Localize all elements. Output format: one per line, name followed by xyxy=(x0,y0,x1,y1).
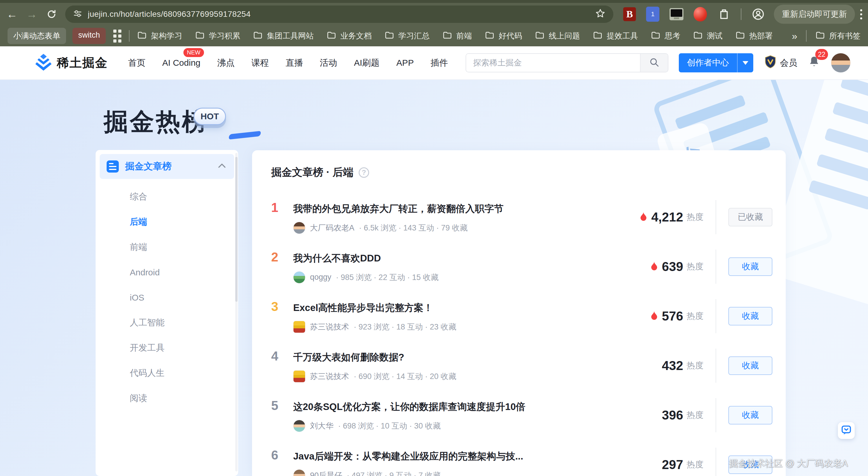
collect-button[interactable]: 收藏 xyxy=(728,356,772,375)
bookmark-folder[interactable]: 学习积累 xyxy=(195,30,240,41)
author-name[interactable]: 90后晨仔 xyxy=(310,470,342,476)
bookmark-label: 热部署 xyxy=(749,31,773,41)
search-button[interactable] xyxy=(640,54,668,72)
bookmark-folder[interactable]: 线上问题 xyxy=(535,30,580,41)
nav-item[interactable]: 活动 xyxy=(320,57,337,69)
creator-center-button[interactable]: 创作者中心 xyxy=(679,53,753,72)
article-title[interactable]: 千万级大表如何删除数据? xyxy=(293,351,404,364)
heat-label: 热度 xyxy=(687,459,704,471)
bookmark-folder[interactable]: 集团工具网站 xyxy=(253,30,314,41)
tab-group-pill[interactable]: switch xyxy=(72,28,106,44)
help-icon[interactable]: ? xyxy=(359,167,369,178)
flame-icon xyxy=(639,211,648,223)
article-title[interactable]: Java后端开发：从零构建企业级应用的完整架构与技... xyxy=(293,450,523,463)
extension-ag-icon[interactable]: Ag 1 xyxy=(646,7,660,21)
collect-button[interactable]: 收藏 xyxy=(728,307,772,326)
article-title[interactable]: 这20条SQL优化方案，让你的数据库查询速度提升10倍 xyxy=(293,401,525,413)
bookmark-folder[interactable]: 学习汇总 xyxy=(384,30,430,41)
divider xyxy=(716,249,716,284)
author-name[interactable]: qoggy xyxy=(310,273,332,282)
sidebar-category[interactable]: 阅读 xyxy=(100,386,234,411)
sidebar-section-article-rank[interactable]: 掘金文章榜 xyxy=(100,154,234,179)
nav-item[interactable]: 插件 xyxy=(431,57,448,69)
author-name[interactable]: 刘大华 xyxy=(310,421,334,431)
sidebar-category[interactable]: 前端 xyxy=(100,235,234,260)
author-avatar[interactable] xyxy=(293,222,305,234)
notifications[interactable]: 22 xyxy=(808,55,820,70)
forward-icon[interactable]: → xyxy=(24,6,39,22)
author-name[interactable]: 大厂码农老A xyxy=(310,223,354,233)
author-avatar[interactable] xyxy=(293,321,305,333)
heat-label: 热度 xyxy=(687,409,704,421)
author-avatar[interactable] xyxy=(293,420,305,432)
author-avatar[interactable] xyxy=(293,271,305,283)
nav-item[interactable]: 课程 xyxy=(251,57,269,69)
sidebar-category[interactable]: 综合 xyxy=(100,184,234,209)
collect-button[interactable]: 收藏 xyxy=(728,406,772,424)
heat-block: 576热度 xyxy=(617,309,704,324)
bookmark-star-icon[interactable] xyxy=(595,8,606,20)
sidebar-category[interactable]: 人工智能 xyxy=(100,310,234,335)
bookmark-label: 架构学习 xyxy=(151,31,182,41)
chat-bubble-icon xyxy=(841,424,852,437)
extension-monitor-icon[interactable] xyxy=(670,7,683,21)
article-main: 4千万级大表如何删除数据?苏三说技术· 690 浏览 · 14 互动 · 20 … xyxy=(271,349,617,382)
article-row: 1我带的外包兄弟放弃大厂转正，薪资翻倍入职字节大厂码农老A· 6.5k 浏览 ·… xyxy=(271,192,786,242)
author-avatar[interactable] xyxy=(293,370,305,382)
article-title[interactable]: Excel高性能异步导出完整方案！ xyxy=(293,301,433,314)
bookmark-label: 思考 xyxy=(664,31,680,41)
feedback-button[interactable] xyxy=(838,422,855,439)
extension-b-icon[interactable]: B xyxy=(623,7,636,21)
collect-button[interactable]: 已收藏 xyxy=(728,208,772,227)
article-title[interactable]: 我为什么不喜欢DDD xyxy=(293,252,381,265)
bookmark-folder[interactable]: 提效工具 xyxy=(593,30,638,41)
user-avatar[interactable] xyxy=(831,53,850,73)
tab-group-pill[interactable]: 小满动态表单 xyxy=(7,28,66,44)
sidebar-category[interactable]: Android xyxy=(100,260,234,285)
nav-item[interactable]: APP xyxy=(396,58,414,68)
bookmarks-overflow-icon[interactable]: » xyxy=(792,30,797,42)
sidebar-category[interactable]: 代码人生 xyxy=(100,361,234,386)
nav-item[interactable]: 首页 xyxy=(128,57,146,69)
bookmark-folder[interactable]: 思考 xyxy=(651,30,680,41)
sidebar-category[interactable]: iOS xyxy=(100,285,234,310)
bookmark-folder[interactable]: 好代码 xyxy=(485,30,522,41)
nav-item[interactable]: AI刷题 xyxy=(354,57,379,69)
bookmark-folder[interactable]: 前端 xyxy=(442,30,472,41)
folder-icon xyxy=(693,30,703,41)
juejin-logo[interactable]: 稀土掘金 xyxy=(35,53,108,72)
url-bar[interactable]: juejin.cn/hot/articles/68096377699591782… xyxy=(65,5,613,23)
nav-item[interactable]: 沸点 xyxy=(217,57,235,69)
collect-button[interactable]: 收藏 xyxy=(728,258,772,276)
site-settings-icon[interactable] xyxy=(73,9,83,20)
juejin-logo-icon xyxy=(35,53,52,72)
article-title[interactable]: 我带的外包兄弟放弃大厂转正，薪资翻倍入职字节 xyxy=(293,202,503,215)
extension-balloon-icon[interactable] xyxy=(693,7,707,21)
sidebar-category[interactable]: 后端 xyxy=(100,209,234,235)
reload-icon[interactable] xyxy=(44,6,59,22)
browser-update-button[interactable]: 重新启动即可更新 xyxy=(774,5,855,24)
bookmark-folder[interactable]: 业务文档 xyxy=(327,30,372,41)
search-input[interactable] xyxy=(466,54,640,72)
bookmark-folder[interactable]: 架构学习 xyxy=(137,30,182,41)
bookmark-folder[interactable]: 热部署 xyxy=(735,30,773,41)
extensions-puzzle-icon[interactable] xyxy=(717,7,731,21)
browser-menu-icon[interactable] xyxy=(860,9,862,20)
all-bookmarks[interactable]: 所有书签 xyxy=(815,30,861,41)
author-name[interactable]: 苏三说技术 xyxy=(310,371,349,382)
member-entry[interactable]: 会员 xyxy=(764,55,797,71)
profile-icon[interactable] xyxy=(751,7,765,21)
author-name[interactable]: 苏三说技术 xyxy=(310,322,349,332)
creator-dropdown[interactable] xyxy=(737,53,753,72)
back-icon[interactable]: ← xyxy=(4,6,20,22)
author-avatar[interactable] xyxy=(293,469,305,476)
bookmark-folder[interactable]: 测试 xyxy=(693,30,722,41)
tab-groups: 小满动态表单switch xyxy=(7,28,106,44)
nav-item[interactable]: 直播 xyxy=(286,57,303,69)
apps-grid-icon[interactable] xyxy=(113,30,121,42)
bookmark-label: 学习积累 xyxy=(209,31,240,41)
sidebar-scrollbar-thumb[interactable] xyxy=(235,157,238,302)
chevron-up-icon[interactable] xyxy=(217,161,227,172)
sidebar-category[interactable]: 开发工具 xyxy=(100,335,234,361)
nav-item[interactable]: AI CodingNEW xyxy=(162,58,200,68)
